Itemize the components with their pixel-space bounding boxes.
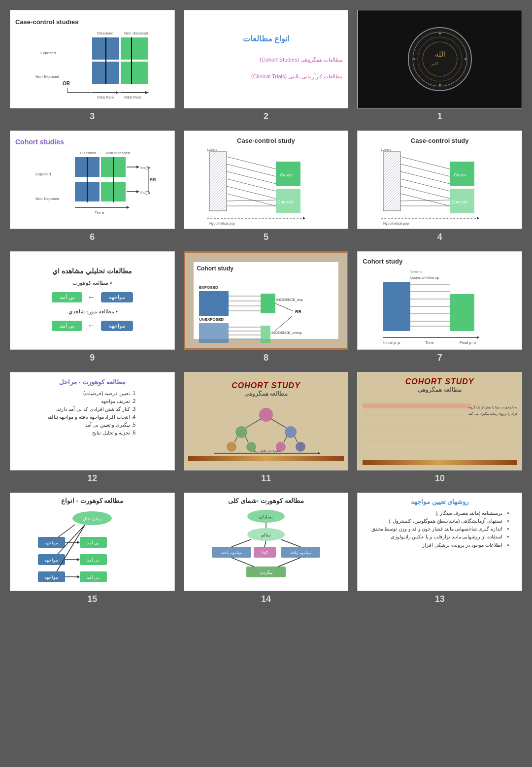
slide-wrapper-6: Cohort studies Exposed Non Exposed Disea… — [10, 131, 175, 242]
svg-rect-4 — [121, 37, 148, 60]
svg-text:Non diseased: Non diseased — [124, 31, 148, 35]
svg-text:بی آمد: بی آمد — [87, 557, 100, 563]
svg-line-193 — [232, 558, 254, 567]
slide-14[interactable]: مطالعه کوهورت -شمای کلی بیماران سالم موا… — [184, 493, 349, 591]
slide4-title: Case-control study — [411, 137, 469, 144]
svg-text:Non Exposed: Non Exposed — [35, 74, 59, 79]
step3: کنار گذاشتن افرادی که بی آمد دارند. — [47, 405, 131, 413]
svg-rect-111 — [383, 282, 410, 331]
slide-4[interactable]: Case-control study Losers — [357, 131, 522, 229]
svg-text:بیماران: بیماران — [259, 514, 273, 520]
svg-text:مواجهه نیافته: مواجهه نیافته — [290, 551, 310, 555]
slide9-biamad1: بي آمد — [52, 292, 82, 302]
svg-text:Time: Time — [425, 340, 434, 345]
svg-text:Non diseased: Non diseased — [106, 151, 130, 155]
svg-line-170 — [55, 525, 85, 574]
svg-text:Hypothetical pop: Hypothetical pop — [209, 222, 235, 226]
svg-line-77 — [400, 171, 450, 184]
slide-10[interactable]: COHORT STUDY مطالعه همگروهی — [357, 372, 522, 470]
svg-point-127 — [235, 426, 247, 438]
slide-12[interactable]: مطالعه کوهورت - مراحل تعیین فرضیه (فرضیا… — [10, 372, 175, 470]
slide13-bullets: پرسشنامه (مانند مصرف سیگار .) تستهای آزم… — [371, 509, 508, 549]
slide10-bottom-band — [363, 460, 517, 465]
svg-text:Diseased: Diseased — [80, 151, 96, 155]
svg-point-129 — [227, 442, 236, 452]
slide-13[interactable]: روشهای تعیین مواجهه پرسشنامه (مانند مصرف… — [357, 493, 522, 591]
svg-line-190 — [281, 539, 300, 547]
slide-wrapper-11: COHORT STUDY مطالعه همگروهی — [184, 372, 349, 484]
slide14-diagram: بیماران سالم مواجهه یا فته کجا مواجهه نی… — [209, 507, 323, 584]
svg-marker-160 — [77, 541, 80, 544]
slide14-title: مطالعه کوهورت -شمای کلی — [189, 497, 343, 504]
slide9-number: 9 — [90, 353, 95, 363]
svg-rect-119 — [450, 294, 474, 331]
svg-line-59 — [227, 186, 276, 199]
slide7-number: 7 — [437, 353, 442, 363]
slide5-number: 5 — [264, 232, 268, 242]
svg-rect-91 — [199, 291, 229, 316]
svg-text:بی آمد: بی آمد — [87, 574, 100, 580]
slide-11[interactable]: COHORT STUDY مطالعه همگروهی — [184, 372, 349, 470]
svg-rect-151 — [363, 403, 471, 408]
svg-text:کجا: کجا — [262, 550, 268, 555]
slide-7[interactable]: Cohort study Events Losers to follow-up — [357, 251, 522, 350]
svg-point-26 — [439, 84, 441, 86]
svg-text:مطالعه کوهورت موا یا بیش از یک: مطالعه کوهورت موا یا بیش از یک گروه — [468, 405, 517, 409]
svg-text:Odds Ratio: Odds Ratio — [97, 96, 114, 99]
slide-6[interactable]: Cohort studies Exposed Non Exposed Disea… — [10, 131, 175, 229]
svg-marker-88 — [477, 217, 479, 220]
slide-8[interactable]: Cohort study EXPOSED INCIDENCE_exp RR — [184, 251, 349, 350]
svg-text:Diseased: Diseased — [97, 31, 113, 35]
step2: تعریف مواجهه — [47, 398, 131, 405]
svg-line-78 — [400, 179, 450, 191]
slide8-chart: EXPOSED INCIDENCE_exp RR UN — [197, 274, 305, 348]
svg-marker-38 — [136, 166, 139, 168]
svg-text:OR: OR — [63, 81, 70, 86]
slide9-bullet1: • مطالعه کوهورت — [72, 280, 112, 286]
svg-text:UNEXPOSED: UNEXPOSED — [199, 317, 224, 322]
slide-5[interactable]: Case-control study Losers — [184, 131, 349, 229]
slide11-diagram: پیگیری در طول زمان — [212, 400, 320, 454]
slide13-b1: پرسشنامه (مانند مصرف سیگار .) — [371, 509, 502, 517]
slide6-number: 6 — [90, 232, 95, 242]
slide10-text-lines: مطالعه کوهورت موا یا بیش از یک گروه از ا… — [363, 396, 471, 445]
slide-15[interactable]: مطالعه کوهورت - انواع زمان حال مواجهه بی… — [10, 493, 175, 591]
slide10-number: 10 — [435, 473, 445, 484]
slide-3[interactable]: Case-control studies Diseased Non diseas… — [10, 10, 175, 108]
svg-line-80 — [400, 194, 450, 206]
slide9-mavaajehe2: مواجهه — [101, 321, 133, 331]
slide15-diagram: زمان حال مواجهه بی آمد مواجهه بی آمد — [35, 507, 149, 584]
slide2-number: 2 — [264, 111, 268, 122]
slide1-number: 1 — [437, 111, 442, 122]
svg-line-100 — [275, 316, 293, 331]
slide-wrapper-4: Case-control study Losers — [357, 131, 522, 242]
slide2-bullet2: مطالعات کارآزمایی بالینی (Clinical Trial… — [189, 71, 343, 80]
svg-text:Non Exposed: Non Exposed — [35, 197, 59, 201]
svg-text:پیگیری در طول زمان: پیگیری در طول زمان — [251, 448, 281, 453]
slide9-bullet2: • مطالعه مورد شاهدي. — [67, 308, 118, 315]
slide-1[interactable]: الله اكبر — [357, 10, 522, 108]
svg-text:Losers: Losers — [381, 148, 392, 151]
slide13-title: روشهای تعیین مواجهه — [363, 498, 517, 505]
slide-9[interactable]: مطالعات تحليلي مشاهده اي • مطالعه کوهورت… — [10, 251, 175, 350]
svg-line-60 — [227, 194, 276, 206]
slide9-biamad2: بي آمد — [52, 321, 82, 331]
svg-text:EXPOSED: EXPOSED — [199, 285, 218, 290]
svg-line-79 — [400, 186, 450, 199]
slide7-diagram: Events Losers to follow-up — [381, 267, 499, 343]
svg-text:از افراد را برروی رماند پیگیری: از افراد را برروی رماند پیگیری می کند — [468, 411, 517, 416]
slide13-b2: تستهای آزمایشگاهی (مانند سطح هموگلوبین، … — [371, 517, 502, 525]
slide-wrapper-13: روشهای تعیین مواجهه پرسشنامه (مانند مصرف… — [357, 493, 522, 604]
slide-2[interactable]: انواع مطالعات مطالعات همگروهی (Cohort St… — [184, 10, 349, 108]
svg-point-28 — [465, 58, 466, 60]
slide6-title: Cohort studies — [15, 138, 64, 146]
svg-text:پیگردی: پیگردی — [260, 569, 273, 575]
slide13-b4: استفاده از روشهایی مانند توارقلب و یا عک… — [371, 533, 502, 541]
slide9-mavaajehe1: مواجهه — [101, 292, 133, 302]
slide-wrapper-12: مطالعه کوهورت - مراحل تعیین فرضیه (فرضیا… — [10, 372, 175, 484]
svg-text:زمان حال: زمان حال — [83, 516, 102, 522]
svg-line-99 — [275, 303, 293, 311]
svg-line-55 — [227, 157, 276, 169]
svg-text:RR: RR — [150, 177, 156, 182]
slide-wrapper-2: انواع مطالعات مطالعات همگروهی (Cohort St… — [184, 10, 349, 122]
